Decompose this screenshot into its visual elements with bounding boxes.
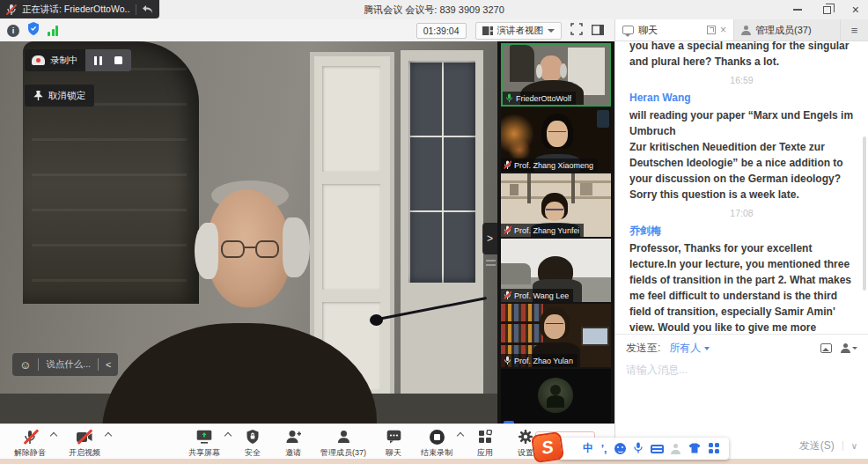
tab-chat[interactable]: 聊天 ×	[615, 19, 733, 41]
mic-muted-icon	[504, 291, 511, 300]
mic-muted-icon	[504, 160, 511, 170]
security-button[interactable]: 安全	[239, 429, 266, 459]
share-options-chevron[interactable]	[224, 432, 232, 439]
mic-muted-icon	[504, 225, 511, 235]
sogou-ime-logo[interactable]: S	[531, 431, 564, 463]
ime-punctuation-icon[interactable]: ’,	[601, 443, 607, 455]
chat-sender-name[interactable]: 乔剑梅	[629, 223, 854, 239]
send-button[interactable]: 发送(S)	[799, 438, 842, 453]
share-screen-button[interactable]: 共享屏幕	[188, 429, 220, 459]
mic-on-icon	[505, 93, 513, 103]
thumbnail-zhang-yunfei[interactable]: Prof. Zhang Yunfei	[501, 173, 611, 237]
speaker-glasses	[221, 240, 279, 260]
minimize-icon[interactable]	[793, 9, 802, 11]
speaking-banner: 正在讲话: FriederOttoWo...	[0, 0, 159, 18]
record-options-chevron[interactable]	[457, 432, 464, 439]
info-icon[interactable]: i	[7, 25, 19, 37]
emoji-icon[interactable]: ☺	[19, 358, 31, 372]
video-options-chevron[interactable]	[105, 432, 112, 439]
send-to-dropdown[interactable]: 所有人	[669, 341, 710, 356]
chat-sender-name[interactable]: Heran Wang	[629, 90, 854, 106]
window-title: 腾讯会议 会议号: 839 3909 3270	[364, 4, 504, 17]
main-video-feed: 录制中 取消锁定 ☺ 说点什么... < >	[0, 41, 497, 423]
ime-toolbar[interactable]: 中 ’,	[558, 438, 729, 460]
chat-message: Professor, Thanks for your excellent lec…	[629, 240, 854, 334]
pause-recording-icon[interactable]	[94, 56, 102, 65]
quick-chat-placeholder[interactable]: 说点什么...	[46, 358, 91, 371]
side-panel-toggle-icon[interactable]	[592, 23, 604, 39]
shield-lock-icon	[246, 430, 259, 444]
collapse-quick-chat-icon[interactable]: <	[106, 359, 111, 370]
stop-recording-icon[interactable]	[114, 56, 122, 64]
unpin-label: 取消锁定	[48, 90, 85, 102]
chat-bubble-icon	[386, 430, 401, 444]
recording-indicator: 录制中	[25, 49, 131, 71]
fullscreen-icon[interactable]	[570, 23, 583, 39]
resize-grip[interactable]	[486, 260, 496, 269]
apps-button[interactable]: 应用	[472, 429, 498, 459]
thumbnail-participant-6[interactable]	[501, 369, 611, 423]
members-icon	[337, 430, 350, 444]
network-signal-icon	[48, 26, 58, 36]
reply-arrow-icon[interactable]	[142, 2, 153, 18]
muted-mic-icon	[6, 4, 17, 16]
ime-toolbox-icon[interactable]	[709, 443, 720, 454]
participant-thumbnail-strip: FriederOttoWolf Prof. Zhang Xiaomeng	[497, 41, 614, 423]
chevron-down-icon	[704, 347, 710, 350]
participant-name: Prof. Wang Lee	[514, 291, 569, 300]
participant-name: Prof. Zhang Yunfei	[514, 226, 579, 235]
close-chat-icon[interactable]: ×	[720, 25, 726, 35]
start-video-button[interactable]: 开启视频	[69, 429, 100, 459]
chat-scrollbar[interactable]	[863, 136, 866, 291]
chat-timestamp: 16:59	[629, 74, 854, 86]
cloud-record-icon	[32, 55, 45, 65]
chat-message-list[interactable]: you have a special meaning for the singu…	[615, 41, 868, 334]
popout-icon[interactable]	[707, 26, 716, 34]
collapse-thumbnails-handle[interactable]: >	[482, 223, 497, 254]
ime-chinese-mode-icon[interactable]: 中	[583, 441, 593, 456]
speaking-label: 正在讲话: FriederOttoWo...	[22, 4, 130, 16]
invite-button[interactable]: 邀请	[280, 429, 306, 459]
view-mode-dropdown[interactable]: 演讲者视图	[475, 22, 563, 40]
tiled-stove	[23, 41, 199, 304]
ime-keyboard-icon[interactable]	[651, 445, 664, 453]
chat-message: you have a special meaning for the singu…	[629, 41, 854, 70]
chat-timestamp: 17:08	[629, 207, 854, 219]
send-to-label: 发送至:	[626, 341, 660, 356]
ime-skin-icon[interactable]	[688, 441, 701, 457]
quick-chat-bar[interactable]: ☺ 说点什么... <	[12, 353, 118, 376]
thumbnail-zhao-yulan[interactable]: Prof. Zhao Yulan	[501, 304, 611, 367]
stop-recording-button[interactable]: 结束录制	[421, 429, 452, 459]
door-right	[401, 50, 483, 411]
participant-name: Prof. Zhang Xiaomeng	[514, 161, 593, 170]
apps-grid-icon	[478, 430, 492, 444]
thumbnail-zhang-xiaomeng[interactable]: Prof. Zhang Xiaomeng	[501, 108, 611, 172]
ime-account-icon[interactable]	[671, 444, 680, 454]
manage-members-button[interactable]: 管理成员(37)	[320, 429, 366, 459]
unmute-button[interactable]: 解除静音	[14, 429, 46, 459]
send-options-caret-icon[interactable]: ∨	[842, 441, 857, 451]
mic-options-chevron[interactable]	[50, 432, 57, 439]
taskbar-strip	[0, 459, 868, 464]
mic-on-icon	[504, 356, 511, 365]
chat-button[interactable]: 聊天	[380, 429, 407, 459]
chat-input-area[interactable]	[615, 358, 868, 438]
panel-menu-icon[interactable]: ≡	[840, 19, 868, 41]
screenshot-icon[interactable]	[820, 343, 832, 353]
maximize-icon[interactable]	[823, 6, 831, 14]
ime-emoji-icon[interactable]	[614, 443, 626, 454]
thumbnail-frieder-otto-wolf[interactable]: FriederOttoWolf	[501, 43, 611, 107]
send-to-row: 发送至: 所有人	[615, 334, 868, 358]
participant-name: Prof. Zhao Yulan	[514, 357, 573, 365]
thumbnail-wang-lee[interactable]: Prof. Wang Lee	[501, 239, 611, 302]
gear-icon	[519, 430, 533, 444]
meeting-timer: 01:39:04	[416, 23, 467, 39]
member-select-icon[interactable]	[841, 343, 857, 353]
close-icon[interactable]: ×	[852, 4, 859, 16]
meeting-status-bar: i 01:39:04 演讲者视图	[0, 19, 614, 41]
ime-voice-icon[interactable]	[634, 441, 643, 457]
tab-manage-members[interactable]: 管理成员(37)	[733, 19, 840, 41]
chat-input[interactable]	[626, 363, 857, 434]
security-shield-icon[interactable]	[27, 22, 40, 39]
unpin-button[interactable]: 取消锁定	[25, 85, 94, 107]
